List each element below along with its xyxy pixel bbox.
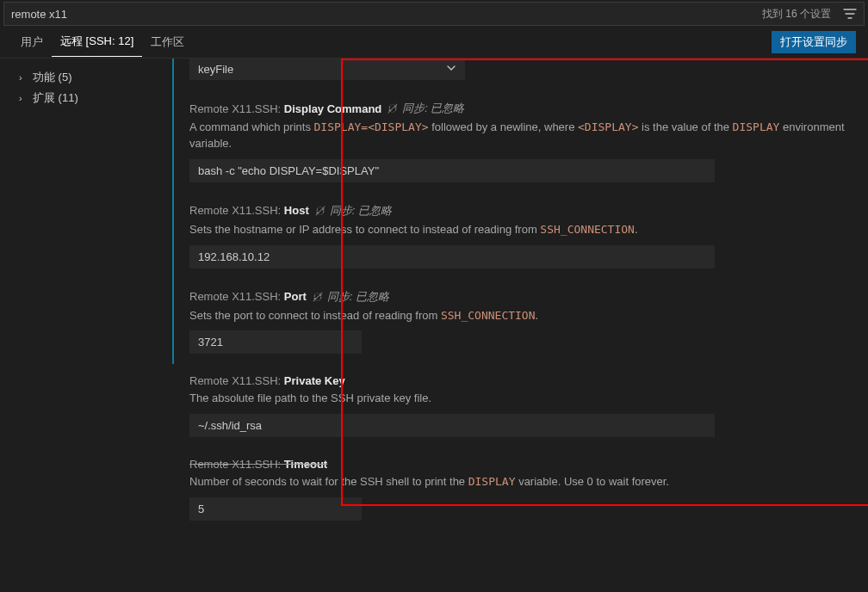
setting-name: Timeout xyxy=(284,458,327,471)
tab-workspace[interactable]: 工作区 xyxy=(142,28,193,57)
chevron-right-icon: › xyxy=(19,93,29,103)
tab-user[interactable]: 用户 xyxy=(12,28,52,57)
sync-ignored-text: 同步: 已忽略 xyxy=(327,289,389,305)
setting-description: Sets the port to connect to instead of r… xyxy=(189,308,849,324)
setting-prefix: Remote X11.SSH: xyxy=(189,290,281,303)
timeout-input[interactable] xyxy=(189,497,362,521)
settings-toc-sidebar: › 功能 (5) › 扩展 (11) xyxy=(0,59,172,590)
setting-prefix: Remote X11.SSH: xyxy=(189,374,281,387)
sync-ignored-badge: 同步: 已忽略 xyxy=(312,289,389,305)
setting-port: Remote X11.SSH: Port 同步: 已忽略 Sets the po… xyxy=(172,279,856,365)
select-value: keyFile xyxy=(198,63,233,76)
sidebar-item-label: 扩展 (11) xyxy=(33,90,78,106)
setting-description: Sets the hostname or IP address to conne… xyxy=(189,222,849,238)
setting-title: Remote X11.SSH: Private Key xyxy=(189,374,849,387)
settings-content: . keyFile Remote X11.SSH: Display Comman… xyxy=(172,59,868,590)
setting-name: Private Key xyxy=(284,374,345,387)
auth-method-select[interactable]: keyFile xyxy=(189,59,465,80)
settings-scope-tabs: 用户 远程 [SSH: 12] 工作区 打开设置同步 xyxy=(0,26,868,59)
setting-description: The absolute file path to the SSH privat… xyxy=(189,391,849,407)
sidebar-item-extensions[interactable]: › 扩展 (11) xyxy=(3,88,169,108)
setting-name: Host xyxy=(284,204,309,217)
open-settings-sync-button[interactable]: 打开设置同步 xyxy=(772,31,856,53)
setting-title: Remote X11.SSH: Port 同步: 已忽略 xyxy=(189,289,849,305)
setting-title: Remote X11.SSH: Timeout xyxy=(189,458,849,471)
setting-name: Display Command xyxy=(284,102,381,115)
settings-search-input[interactable] xyxy=(4,3,762,25)
tab-remote[interactable]: 远程 [SSH: 12] xyxy=(52,27,142,57)
display-command-input[interactable] xyxy=(189,159,715,182)
settings-search-bar: 找到 16 个设置 xyxy=(3,2,865,26)
sync-ignored-icon xyxy=(387,102,399,114)
sync-ignored-icon xyxy=(314,205,326,217)
sync-ignored-icon xyxy=(312,291,324,303)
setting-host: Remote X11.SSH: Host 同步: 已忽略 Sets the ho… xyxy=(172,193,856,279)
setting-prefix: Remote X11.SSH: xyxy=(189,204,281,217)
sidebar-item-label: 功能 (5) xyxy=(33,70,72,85)
sync-ignored-badge: 同步: 已忽略 xyxy=(387,101,464,116)
private-key-input[interactable] xyxy=(189,414,715,437)
setting-title: Remote X11.SSH: Host 同步: 已忽略 xyxy=(189,203,849,219)
setting-name: Port xyxy=(284,290,307,303)
host-input[interactable] xyxy=(189,245,715,268)
setting-auth-method: . keyFile xyxy=(172,59,856,90)
setting-prefix: Remote X11.SSH: xyxy=(189,458,281,471)
setting-title: Remote X11.SSH: Display Command 同步: 已忽略 xyxy=(189,101,849,116)
port-input[interactable] xyxy=(189,330,362,354)
chevron-down-icon xyxy=(446,63,456,76)
filter-icon[interactable] xyxy=(836,3,864,25)
setting-display-command: Remote X11.SSH: Display Command 同步: 已忽略 … xyxy=(172,90,856,193)
setting-private-key: Remote X11.SSH: Private Key The absolute… xyxy=(172,364,856,447)
chevron-right-icon: › xyxy=(19,72,29,83)
setting-timeout: Remote X11.SSH: Timeout Number of second… xyxy=(172,447,856,531)
setting-prefix: Remote X11.SSH: xyxy=(189,102,281,115)
sync-ignored-text: 同步: 已忽略 xyxy=(402,101,464,116)
setting-description: Number of seconds to wait for the SSH sh… xyxy=(189,474,849,490)
sync-ignored-badge: 同步: 已忽略 xyxy=(314,203,392,219)
setting-description: A command which prints DISPLAY=<DISPLAY>… xyxy=(189,120,849,152)
sync-ignored-text: 同步: 已忽略 xyxy=(330,203,392,219)
sidebar-item-features[interactable]: › 功能 (5) xyxy=(3,67,169,88)
search-result-count: 找到 16 个设置 xyxy=(762,7,836,22)
